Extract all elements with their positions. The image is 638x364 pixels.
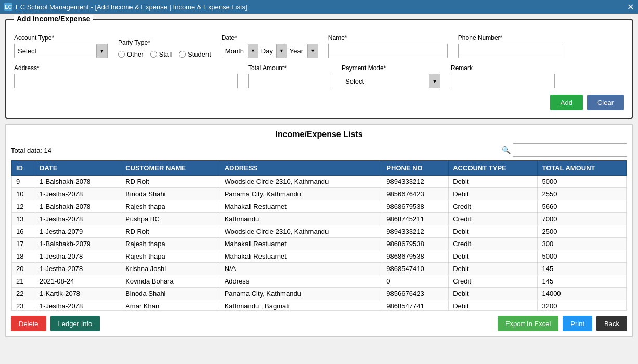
clear-button[interactable]: Clear <box>587 95 624 110</box>
cell-address: Woodside Circle 2310, Kathmandu <box>220 176 382 188</box>
cell-address: Kathmandu , Bagmati <box>220 300 382 311</box>
month-select-wrapper: Month ▼ <box>222 44 258 58</box>
cell-name: Binoda Shahi <box>121 288 220 300</box>
cell-date: 1-Jestha-2078 <box>35 300 121 311</box>
col-total-amount: TOTAL AMOUNT <box>538 161 627 176</box>
cell-address: Panama City, Kathmandu <box>220 188 382 200</box>
table-row[interactable]: 22 1-Kartik-2078 Binoda Shahi Panama Cit… <box>12 288 627 300</box>
table-row[interactable]: 21 2021-08-24 Kovinda Bohara Address 0 C… <box>12 275 627 288</box>
address-input[interactable] <box>14 74 238 88</box>
party-type-options: Other Staff Student <box>118 50 211 58</box>
search-icon[interactable]: 🔍 <box>502 146 511 154</box>
cell-total-amount: 5000 <box>538 250 627 263</box>
table-row[interactable]: 10 1-Jestha-2078 Binoda Shahi Panama Cit… <box>12 188 627 200</box>
cell-address: Mahakali Restuarnet <box>220 200 382 213</box>
list-section: Income/Expense Lists Total data: 14 🔍 ID… <box>5 124 633 337</box>
cell-address: Kathmandu <box>220 213 382 225</box>
cell-date: 2021-08-24 <box>35 275 121 288</box>
export-button[interactable]: Export In Excel <box>498 316 558 331</box>
phone-label: Phone Number* <box>458 34 562 42</box>
year-select[interactable]: Year <box>287 44 318 58</box>
party-type-staff[interactable]: Staff <box>150 50 173 58</box>
footer-buttons: Delete Ledger Info Export In Excel Print… <box>11 316 627 331</box>
cell-total-amount: 14000 <box>538 288 627 300</box>
payment-mode-select-wrapper: Select Cash Cheque Online ▼ <box>342 74 440 88</box>
table-row[interactable]: 18 1-Jestha-2078 Rajesh thapa Mahakali R… <box>12 250 627 263</box>
ledger-button[interactable]: Ledger Info <box>50 316 100 331</box>
table-row[interactable]: 20 1-Jestha-2078 Krishna Joshi N/A 98685… <box>12 263 627 275</box>
app-icon: EC <box>4 3 12 11</box>
search-box: 🔍 <box>502 143 627 157</box>
cell-phone: 9868679538 <box>382 250 449 263</box>
table-row[interactable]: 16 1-Jestha-2079 RD Roit Woodside Circle… <box>12 225 627 238</box>
cell-phone: 9894333212 <box>382 176 449 188</box>
cell-account-type: Debit <box>449 188 538 200</box>
cell-id: 21 <box>12 275 35 288</box>
account-type-select[interactable]: Select Income Expense <box>14 44 108 58</box>
cell-name: Amar Khan <box>121 300 220 311</box>
cell-name: Binoda Shahi <box>121 188 220 200</box>
cell-account-type: Debit <box>449 300 538 311</box>
cell-total-amount: 7000 <box>538 213 627 225</box>
cell-name: Rajesh thapa <box>121 250 220 263</box>
table-wrapper[interactable]: ID DATE CUSTOMER NAME ADDRESS PHONE NO A… <box>11 160 627 311</box>
delete-button[interactable]: Delete <box>11 316 46 331</box>
cell-id: 18 <box>12 250 35 263</box>
party-type-staff-radio[interactable] <box>150 51 157 58</box>
print-button[interactable]: Print <box>563 316 592 331</box>
party-type-other-radio[interactable] <box>118 51 125 58</box>
table-header-row: ID DATE CUSTOMER NAME ADDRESS PHONE NO A… <box>12 161 627 176</box>
cell-address: Mahakali Restuarnet <box>220 250 382 263</box>
name-input[interactable] <box>328 44 448 58</box>
cell-account-type: Credit <box>449 200 538 213</box>
account-type-select-wrapper: Select Income Expense ▼ <box>14 44 108 58</box>
payment-mode-select[interactable]: Select Cash Cheque Online <box>342 74 440 88</box>
total-amount-input[interactable] <box>248 74 331 88</box>
cell-total-amount: 5000 <box>538 176 627 188</box>
table-row[interactable]: 17 1-Baishakh-2079 Rajesh thapa Mahakali… <box>12 238 627 250</box>
phone-input[interactable] <box>458 44 562 58</box>
table-row[interactable]: 9 1-Baishakh-2078 RD Roit Woodside Circl… <box>12 176 627 188</box>
table-row[interactable]: 13 1-Jestha-2078 Pushpa BC Kathmandu 986… <box>12 213 627 225</box>
date-fields: Month ▼ Day ▼ Year ▼ <box>222 44 318 58</box>
cell-name: RD Roit <box>121 225 220 238</box>
day-select-wrapper: Day ▼ <box>258 44 287 58</box>
party-type-other[interactable]: Other <box>118 50 144 58</box>
cell-address: Mahakali Restuarnet <box>220 238 382 250</box>
cell-name: Pushpa BC <box>121 213 220 225</box>
list-title: Income/Expense Lists <box>11 130 627 139</box>
payment-mode-group: Payment Mode* Select Cash Cheque Online … <box>342 64 440 88</box>
cell-account-type: Debit <box>449 250 538 263</box>
cell-account-type: Credit <box>449 213 538 225</box>
day-select[interactable]: Day <box>258 44 287 58</box>
table-row[interactable]: 23 1-Jestha-2078 Amar Khan Kathmandu , B… <box>12 300 627 311</box>
table-row[interactable]: 12 1-Baishakh-2078 Rajesh thapa Mahakali… <box>12 200 627 213</box>
cell-account-type: Credit <box>449 238 538 250</box>
add-button[interactable]: Add <box>550 95 583 110</box>
cell-phone: 9868679538 <box>382 200 449 213</box>
remark-input[interactable] <box>451 74 555 88</box>
cell-id: 22 <box>12 288 35 300</box>
cell-address: N/A <box>220 263 382 275</box>
cell-phone: 0 <box>382 275 449 288</box>
cell-date: 1-Baishakh-2078 <box>35 200 121 213</box>
income-expense-table: ID DATE CUSTOMER NAME ADDRESS PHONE NO A… <box>11 160 627 311</box>
col-address: ADDRESS <box>220 161 382 176</box>
month-select[interactable]: Month <box>222 44 258 58</box>
cell-phone: 9868547741 <box>382 300 449 311</box>
back-button[interactable]: Back <box>596 316 627 331</box>
cell-address: Address <box>220 275 382 288</box>
close-button[interactable]: ✕ <box>627 2 634 12</box>
year-select-wrapper: Year ▼ <box>287 44 318 58</box>
footer-left-buttons: Delete Ledger Info <box>11 316 100 331</box>
party-type-student-radio[interactable] <box>179 51 186 58</box>
cell-address: Woodside Circle 2310, Kathmandu <box>220 225 382 238</box>
cell-date: 1-Kartik-2078 <box>35 288 121 300</box>
address-group: Address* <box>14 64 238 88</box>
party-type-label: Party Type* <box>118 39 211 46</box>
cell-total-amount: 145 <box>538 275 627 288</box>
cell-total-amount: 2500 <box>538 225 627 238</box>
search-input[interactable] <box>513 143 627 157</box>
total-amount-label: Total Amount* <box>248 64 331 72</box>
party-type-student[interactable]: Student <box>179 50 211 58</box>
